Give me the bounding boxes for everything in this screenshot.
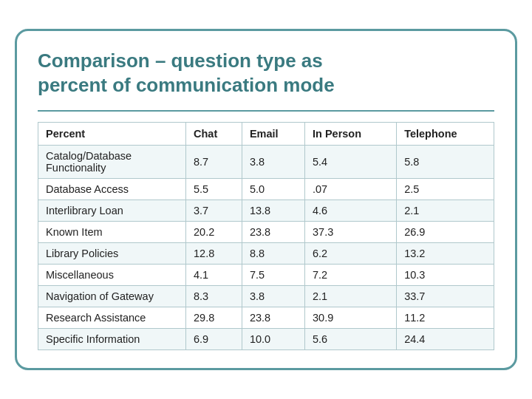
row-label: Miscellaneous	[38, 265, 186, 286]
cell-value: 2.1	[305, 286, 397, 307]
cell-value: 3.8	[242, 286, 304, 307]
cell-value: 3.7	[186, 200, 242, 222]
cell-value: 6.2	[305, 243, 397, 265]
cell-value: 33.7	[397, 286, 494, 307]
cell-value: 37.3	[305, 222, 397, 243]
cell-value: 12.8	[186, 243, 242, 265]
cell-value: 8.3	[186, 286, 242, 307]
table-body: Catalog/Database Functionality8.73.85.45…	[38, 146, 494, 350]
cell-value: 5.6	[305, 329, 397, 350]
cell-value: 3.8	[242, 146, 304, 179]
row-label: Library Policies	[38, 243, 186, 265]
cell-value: 4.1	[186, 265, 242, 286]
row-label: Navigation of Gateway	[38, 286, 186, 307]
title-line2: percent of communication mode	[38, 74, 335, 96]
cell-value: 10.0	[242, 329, 304, 350]
cell-value: 5.5	[186, 179, 242, 200]
cell-value: 10.3	[397, 265, 494, 286]
cell-value: 20.2	[186, 222, 242, 243]
cell-value: 7.5	[242, 265, 304, 286]
col-header-3: In Person	[305, 123, 397, 146]
cell-value: 23.8	[242, 307, 304, 329]
cell-value: 30.9	[305, 307, 397, 329]
row-label: Database Access	[38, 179, 186, 200]
cell-value: 2.5	[397, 179, 494, 200]
cell-value: 6.9	[186, 329, 242, 350]
cell-value: 23.8	[242, 222, 304, 243]
cell-value: 11.2	[397, 307, 494, 329]
table-row: Research Assistance29.823.830.911.2	[38, 307, 494, 329]
table-row: Known Item20.223.837.326.9	[38, 222, 494, 243]
cell-value: 29.8	[186, 307, 242, 329]
cell-value: 13.8	[242, 200, 304, 222]
cell-value: 8.8	[242, 243, 304, 265]
title-line1: Comparison – question type as	[38, 50, 323, 72]
table-row: Catalog/Database Functionality8.73.85.45…	[38, 146, 494, 179]
table-header-row: PercentChatEmailIn PersonTelephone	[38, 123, 494, 146]
cell-value: 8.7	[186, 146, 242, 179]
title-divider	[38, 110, 494, 112]
row-label: Known Item	[38, 222, 186, 243]
cell-value: 26.9	[397, 222, 494, 243]
cell-value: 7.2	[305, 265, 397, 286]
col-header-2: Email	[242, 123, 304, 146]
main-card: Comparison – question type as percent of…	[15, 29, 517, 370]
cell-value: 2.1	[397, 200, 494, 222]
table-row: Miscellaneous4.17.57.210.3	[38, 265, 494, 286]
table-row: Library Policies12.88.86.213.2	[38, 243, 494, 265]
col-header-4: Telephone	[397, 123, 494, 146]
cell-value: 5.8	[397, 146, 494, 179]
col-header-1: Chat	[186, 123, 242, 146]
table-row: Database Access5.55.0.072.5	[38, 179, 494, 200]
row-label: Research Assistance	[38, 307, 186, 329]
cell-value: .07	[305, 179, 397, 200]
col-header-0: Percent	[38, 123, 186, 146]
page-title: Comparison – question type as percent of…	[38, 49, 494, 97]
cell-value: 24.4	[397, 329, 494, 350]
row-label: Catalog/Database Functionality	[38, 146, 186, 179]
table-row: Navigation of Gateway8.33.82.133.7	[38, 286, 494, 307]
table-row: Interlibrary Loan3.713.84.62.1	[38, 200, 494, 222]
cell-value: 13.2	[397, 243, 494, 265]
table-row: Specific Information6.910.05.624.4	[38, 329, 494, 350]
cell-value: 5.4	[305, 146, 397, 179]
data-table: PercentChatEmailIn PersonTelephone Catal…	[38, 122, 494, 350]
row-label: Specific Information	[38, 329, 186, 350]
cell-value: 5.0	[242, 179, 304, 200]
row-label: Interlibrary Loan	[38, 200, 186, 222]
cell-value: 4.6	[305, 200, 397, 222]
